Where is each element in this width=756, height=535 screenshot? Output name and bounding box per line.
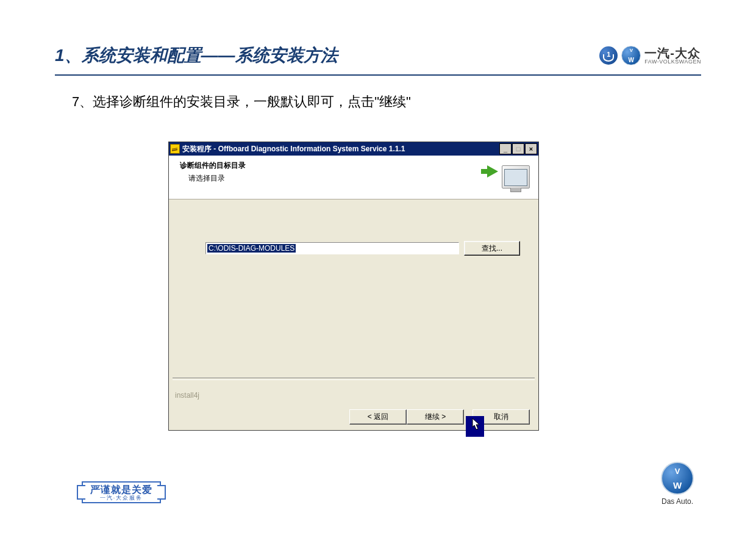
brand-name-cn: 一汽-大众	[644, 47, 701, 59]
vw-logo-icon: VW	[661, 462, 694, 495]
close-button[interactable]: ×	[525, 143, 537, 154]
faw-logo-icon: 1	[599, 46, 618, 65]
window-title: 安装程序 - Offboard Diagnostic Information S…	[182, 144, 499, 154]
wizard-heading: 诊断组件的目标目录	[180, 160, 246, 171]
service-slogan: 严谨就是关爱	[90, 485, 152, 495]
minimize-button[interactable]: _	[499, 143, 512, 154]
slide-header: 1、系统安装和配置——系统安装方法 1 VW 一汽-大众 FAW-VOLKSWA…	[55, 44, 701, 67]
wizard-header: 诊断组件的目标目录 请选择目录	[169, 156, 538, 199]
vw-footer-logo: VW Das Auto.	[661, 462, 694, 506]
vw-logo-icon: VW	[621, 46, 641, 65]
title-divider	[55, 74, 701, 76]
wizard-subheading: 请选择目录	[180, 173, 246, 184]
install-path-value: C:\ODIS-DIAG-MODULES	[207, 244, 296, 253]
cursor-pointer-icon	[466, 416, 484, 437]
brand-name-en: FAW-VOLKSWAGEN	[644, 59, 701, 65]
install-to-computer-icon	[487, 160, 530, 192]
footer-separator	[173, 378, 535, 380]
maximize-button[interactable]: □	[512, 143, 524, 154]
next-button[interactable]: 继续 >	[407, 409, 464, 425]
service-badge: 严谨就是关爱 一汽·大众服务	[82, 481, 161, 503]
service-subtext: 一汽·大众服务	[90, 495, 152, 501]
brand-block: 1 VW 一汽-大众 FAW-VOLKSWAGEN	[599, 46, 701, 65]
das-auto-text: Das Auto.	[661, 497, 694, 506]
install4j-watermark: install4j	[175, 391, 199, 400]
install-path-input[interactable]: C:\ODIS-DIAG-MODULES	[205, 242, 459, 254]
slide-title: 1、系统安装和配置——系统安装方法	[55, 44, 338, 67]
back-button[interactable]: < 返回	[349, 409, 407, 425]
step-description: 7、选择诊断组件的安装目录，一般默认即可，点击"继续"	[72, 93, 411, 111]
installer-app-icon	[170, 144, 180, 154]
window-title-bar[interactable]: 安装程序 - Offboard Diagnostic Information S…	[169, 142, 538, 156]
wizard-body: C:\ODIS-DIAG-MODULES 查找... install4j	[169, 199, 538, 403]
browse-button[interactable]: 查找...	[464, 241, 520, 256]
installer-window: 安装程序 - Offboard Diagnostic Information S…	[168, 142, 539, 431]
